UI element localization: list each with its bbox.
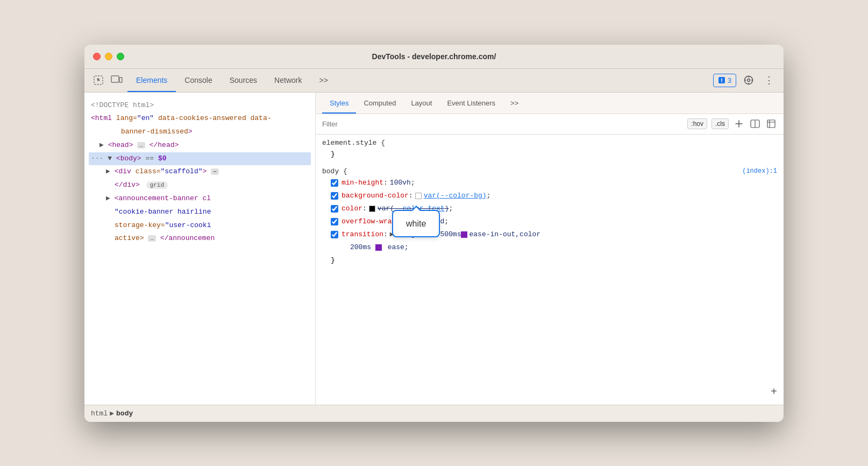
styles-tab-styles[interactable]: Styles — [322, 92, 356, 114]
dom-line-body[interactable]: ··· ▼ <body> == $0 — [89, 152, 311, 166]
styles-panel: Styles Computed Layout Event Listeners >… — [316, 93, 784, 405]
prop-transition2: 200ms ease; — [322, 241, 777, 254]
close-button[interactable] — [93, 53, 101, 60]
toolbar-right: 3 ⋮ — [713, 72, 777, 88]
prop-background-color: background-color : var(--color-bg) ; whi… — [322, 189, 777, 202]
tab-bar: Elements Console Sources Network >> 3 ⋮ — [84, 69, 784, 93]
dom-line-doctype: <!DOCTYPE html> — [89, 99, 311, 112]
tab-network[interactable]: Network — [266, 68, 310, 92]
tab-sources[interactable]: Sources — [221, 68, 266, 92]
color-palette-button[interactable] — [765, 118, 777, 130]
prop-transition-checkbox[interactable] — [331, 231, 338, 238]
window-title: DevTools - developer.chrome.com/ — [372, 52, 496, 61]
dom-line-html2: banner-dismissed> — [89, 125, 311, 139]
traffic-lights — [93, 53, 124, 60]
device-icon[interactable] — [109, 73, 124, 88]
title-bar: DevTools - developer.chrome.com/ — [84, 45, 784, 69]
element-style-selector: element.style { — [322, 139, 777, 147]
svg-rect-6 — [767, 120, 775, 128]
body-rule: body { (index):1 min-height : 100vh ; — [322, 167, 777, 267]
svg-rect-2 — [119, 77, 122, 82]
add-class-button[interactable] — [733, 118, 745, 130]
filter-controls: :hov .cls — [687, 118, 777, 130]
dom-line-banner2: "cookie-banner hairline — [89, 206, 311, 219]
devtools-window: DevTools - developer.chrome.com/ Element… — [84, 45, 784, 422]
dom-line-html[interactable]: <html lang="en" data-cookies-answered da… — [89, 112, 311, 125]
hov-button[interactable]: :hov — [687, 118, 707, 129]
cls-button[interactable]: .cls — [712, 118, 729, 129]
styles-tab-bar: Styles Computed Layout Event Listeners >… — [316, 93, 784, 114]
main-content: <!DOCTYPE html> <html lang="en" data-coo… — [84, 93, 784, 405]
body-rule-close: } — [322, 254, 777, 267]
transition-swatch[interactable] — [461, 231, 467, 238]
issues-badge[interactable]: 3 — [713, 74, 736, 87]
dom-line-banner[interactable]: ▶ <announcement-banner cl — [89, 192, 311, 206]
filter-bar: :hov .cls — [316, 114, 784, 135]
rule-source[interactable]: (index):1 — [742, 167, 777, 175]
more-button[interactable]: ⋮ — [761, 72, 777, 88]
styles-tab-more[interactable]: >> — [503, 92, 526, 114]
svg-rect-1 — [111, 76, 119, 82]
tab-console[interactable]: Console — [176, 68, 220, 92]
prop-overflow-wrap-checkbox[interactable] — [331, 218, 338, 225]
settings-button[interactable] — [741, 72, 757, 88]
element-style-close: } — [322, 148, 777, 161]
toggle-style-button[interactable] — [749, 118, 761, 130]
color-tooltip: white — [392, 210, 440, 237]
cursor-icon[interactable] — [91, 73, 106, 88]
filter-input[interactable] — [322, 120, 683, 128]
prop-min-height: min-height : 100vh ; — [322, 176, 777, 189]
dom-line-div-close: </div> grid — [89, 179, 311, 192]
prop-color-checkbox[interactable] — [331, 205, 338, 213]
styles-tab-computed[interactable]: Computed — [356, 92, 403, 114]
tab-elements[interactable]: Elements — [127, 68, 176, 92]
add-style-button[interactable]: + — [771, 386, 777, 398]
maximize-button[interactable] — [117, 53, 124, 60]
prop-transition: transition : ▶ background 500ms ease-in-… — [322, 228, 777, 241]
element-style-rule: element.style { } — [322, 139, 777, 161]
prop-color: color : var(--color-text) ; — [322, 202, 777, 215]
svg-point-4 — [748, 79, 750, 82]
prop-background-color-checkbox[interactable] — [331, 192, 338, 200]
body-rule-selector: body { (index):1 — [322, 167, 777, 175]
dom-line-div[interactable]: ▶ <div class="scaffold"> ⋯ — [89, 165, 311, 179]
styles-tab-event-listeners[interactable]: Event Listeners — [439, 92, 503, 114]
breadcrumb-body[interactable]: body — [116, 409, 133, 418]
prop-min-height-checkbox[interactable] — [331, 179, 338, 187]
breadcrumb-html[interactable]: html — [91, 409, 108, 418]
transition-swatch2[interactable] — [375, 244, 382, 251]
minimize-button[interactable] — [105, 53, 112, 60]
styles-content[interactable]: element.style { } body { (index):1 — [316, 135, 784, 405]
background-color-swatch[interactable] — [415, 193, 422, 199]
prop-overflow-wrap: overflow-wrap : break-word ; — [322, 215, 777, 228]
dom-panel[interactable]: <!DOCTYPE html> <html lang="en" data-coo… — [84, 93, 316, 405]
tab-more[interactable]: >> — [310, 68, 336, 92]
dom-line-head[interactable]: ▶ <head> … </head> — [89, 139, 311, 152]
dom-line-banner3: storage-key="user-cooki — [89, 219, 311, 232]
dom-line-banner4: active> … </announcemen — [89, 232, 311, 245]
breadcrumb: html ▶ body — [84, 405, 784, 422]
color-swatch[interactable] — [369, 206, 375, 212]
styles-tab-layout[interactable]: Layout — [403, 92, 439, 114]
var-color-bg-link[interactable]: var(--color-bg) — [424, 190, 487, 202]
